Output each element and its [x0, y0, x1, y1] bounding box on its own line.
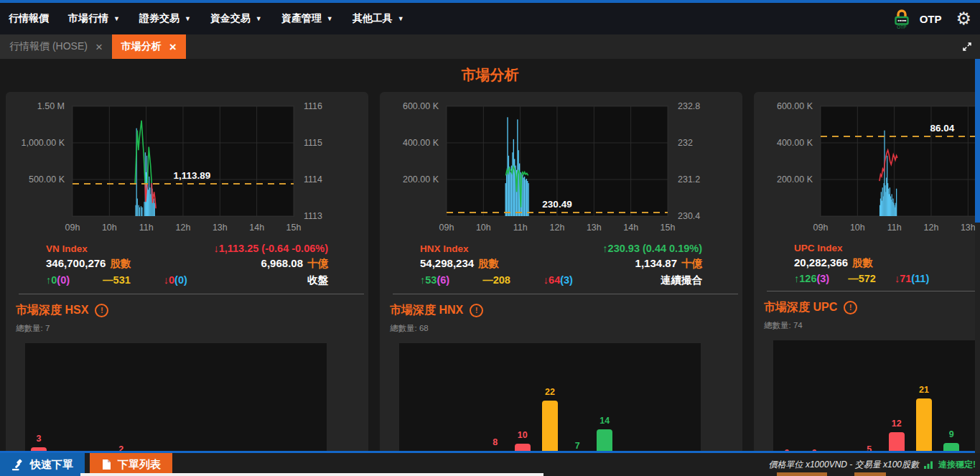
tab-label: 行情報價 (HOSE): [9, 40, 88, 53]
axis-tick-label: 232.8: [678, 101, 700, 111]
depth-bar-value: 12: [883, 419, 910, 429]
partial-panel-strip: [80, 473, 543, 476]
otp-label: OTP: [920, 13, 942, 25]
axis-tick-label: 14h: [623, 223, 638, 233]
depth-bar-slot: 0: [801, 340, 828, 453]
bottom-bar: 快速下單 下單列表 價格單位 x1000VND - 交易量 x100股數 連接穩…: [0, 451, 980, 476]
market-depth-hsx: 市場深度 HSX! 總數量: 7 30020001100: [6, 294, 368, 453]
axis-tick-label: 1.50 M: [37, 101, 65, 111]
scrollbar-thumb[interactable]: [975, 59, 980, 223]
hnxindex-chart: 600.00 K400.00 K200.00 K232.8232231.2230…: [380, 92, 742, 235]
depth-bar-slot: 22: [536, 343, 564, 453]
nav-item-other-tools[interactable]: 其他工具 ▼: [353, 12, 404, 25]
depth-title: 市場深度 HSX: [16, 303, 88, 318]
nav-item-asset-management[interactable]: 資產管理 ▼: [281, 12, 333, 25]
depth-bar-slot: 0: [426, 343, 454, 453]
index-name: HNX Index: [420, 243, 469, 254]
depth-bar-slot: 1: [244, 343, 271, 453]
axis-tick-label: 11h: [139, 223, 154, 233]
axis-tick-label: 13h: [213, 223, 228, 233]
axis-tick-label: 600.00 K: [403, 101, 439, 111]
depth-bar-slot: 0: [272, 343, 299, 453]
volume-group: 20,282,366股數: [794, 256, 873, 270]
axis-tick-label: 10h: [476, 223, 491, 233]
close-icon[interactable]: ×: [95, 41, 103, 53]
nav-item-quotes[interactable]: 行情報價: [9, 12, 49, 25]
breadth-counts: ↑126(3) —572 ↓71(11): [794, 273, 929, 284]
depth-bar-slot: 9: [938, 340, 965, 453]
navbar-right-group: OTP OTP ⚙: [891, 8, 971, 29]
depth-bar-value: 9: [938, 429, 965, 439]
otp-lock-icon[interactable]: OTP: [891, 8, 913, 29]
depth-bar-slot: 12: [883, 340, 910, 453]
connection-status: 連接穩定!: [938, 459, 976, 471]
value-group: 1,134.87十億: [635, 257, 702, 271]
depth-bar-value: 7: [564, 441, 591, 451]
volume-group: 54,298,234股數: [420, 257, 499, 271]
expand-icon[interactable]: [961, 41, 973, 55]
order-list-label: 下單列表: [118, 458, 161, 472]
nav-item-label: 行情報價: [9, 12, 49, 25]
index-name: UPC Index: [794, 243, 843, 253]
depth-bar-slot: 0: [190, 343, 217, 453]
depth-bar-slot: 1: [217, 343, 244, 453]
advancers-count: ↑53(6): [420, 274, 449, 286]
workspace-tabbar: 行情報價 (HOSE) × 市場分析 ×: [0, 34, 980, 59]
axis-tick-label: 1,000.00 K: [22, 138, 65, 148]
depth-total: 總數量: 7: [16, 323, 368, 334]
breadth-counts: ↑53(6) —208 ↓64(3): [420, 274, 573, 286]
axis-tick-label: 1116: [304, 101, 322, 111]
nav-item-securities-trading[interactable]: 證券交易 ▼: [139, 12, 191, 25]
reference-dashed-line: [821, 136, 980, 137]
axis-tick-label: 200.00 K: [777, 174, 813, 185]
upcindex-stats: UPC Index ↓85 20,282,366股數 ↑126(3) —572 …: [754, 235, 980, 284]
axis-tick-label: 13h: [961, 223, 976, 233]
partial-button-strip: [777, 472, 827, 476]
depth-bar-slot: 0: [646, 343, 673, 453]
hnxindex-plot-area: 600.00 K400.00 K200.00 K232.8232231.2230…: [446, 106, 668, 217]
info-icon[interactable]: !: [844, 301, 857, 314]
session-status: 收盤: [307, 274, 328, 287]
page-title: 市場分析: [0, 59, 980, 92]
reference-dashed-line: [447, 212, 668, 213]
axis-tick-label: 1113: [304, 211, 322, 221]
signal-bars-icon: [924, 461, 933, 469]
decliners-count: ↓64(3): [543, 274, 573, 286]
unit-note: 價格單位 x1000VND - 交易量 x100股數: [769, 459, 919, 471]
axis-tick-label: 12h: [924, 223, 939, 233]
depth-bar-slot: 0: [80, 343, 107, 453]
depth-bar-value: 21: [910, 385, 938, 395]
info-icon[interactable]: !: [470, 304, 483, 317]
vnindex-stats: VN Index ↓1,113.25 (-0.64 -0.06%) 346,70…: [6, 235, 368, 287]
axis-tick-label: 231.2: [678, 174, 700, 185]
gavel-icon: [11, 459, 24, 471]
depth-bar-slot: 1: [828, 340, 855, 453]
close-icon[interactable]: ×: [169, 41, 177, 53]
nav-item-funds-trading[interactable]: 資金交易 ▼: [210, 12, 262, 25]
nav-item-label: 資產管理: [281, 12, 322, 25]
depth-bar-slot: 1: [454, 343, 481, 453]
nav-item-label: 證券交易: [139, 12, 179, 25]
depth-total: 總數量: 68: [390, 323, 742, 334]
svg-text:OTP: OTP: [897, 24, 906, 29]
market-cards-row: 1.50 M1,000.00 K500.00 K1116111511141113…: [0, 92, 980, 453]
tab-market-analysis[interactable]: 市場分析 ×: [112, 34, 186, 59]
hnxindex-stats: HNX Index ↑230.93 (0.44 0.19%) 54,298,23…: [380, 235, 742, 287]
info-icon[interactable]: !: [95, 304, 108, 317]
quick-order-tab[interactable]: 快速下單: [0, 453, 85, 476]
volume-group: 346,700,276股數: [46, 257, 131, 271]
axis-tick-label: 15h: [661, 223, 676, 233]
depth-bar: [916, 398, 932, 453]
nav-item-market[interactable]: 市場行情 ▼: [68, 12, 120, 25]
tab-quotes-hose[interactable]: 行情報價 (HOSE) ×: [0, 34, 112, 59]
depth-bar-slot: 0: [773, 340, 801, 453]
depth-bar-slot: 3: [25, 343, 52, 453]
session-status: 連續撮合: [661, 274, 702, 287]
advancers-count: ↑126(3): [794, 273, 829, 284]
gear-icon[interactable]: ⚙: [956, 10, 971, 27]
depth-bar-slot: 14: [591, 343, 618, 453]
depth-chart-upc: 001512219: [773, 340, 980, 453]
depth-bar-slot: 0: [135, 343, 162, 453]
reference-dashed-line: [73, 183, 294, 185]
index-change: ↓1,113.25 (-0.64 -0.06%): [213, 243, 328, 254]
